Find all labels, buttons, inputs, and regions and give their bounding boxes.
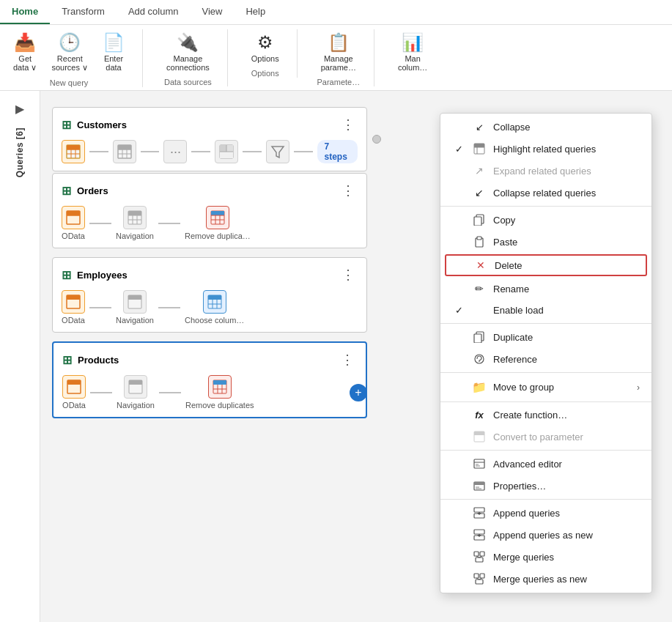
sidebar-toggle[interactable]: ▶ — [8, 97, 32, 120]
emp-step-choose-label: Choose colum… — [185, 316, 244, 325]
ribbon-tabs: Home Transform Add column View Help — [0, 0, 672, 25]
separator-3 — [440, 372, 651, 373]
enable-load-label: Enable load — [493, 305, 544, 316]
menu-item-expand-related[interactable]: ↗ Expand related queries — [440, 160, 651, 182]
manage-cols-button[interactable]: 📊 Mancolum… — [392, 29, 433, 75]
separator-2 — [440, 323, 651, 324]
svg-rect-11 — [118, 145, 131, 149]
prod-connector-1 — [90, 392, 112, 393]
menu-item-create-function[interactable]: fx Create function… — [440, 404, 651, 426]
prod-step-remove: Remove duplicates — [185, 375, 254, 410]
menu-item-duplicate[interactable]: Duplicate — [440, 326, 651, 348]
step-orange-table-icon — [62, 140, 85, 163]
menu-item-convert-param[interactable]: Convert to parameter — [440, 426, 651, 448]
merge-queries-new-label: Merge queries as new — [493, 574, 587, 585]
customers-name: Customers — [77, 119, 127, 130]
menu-item-collapse-related[interactable]: ↙ Collapse related queries — [440, 182, 651, 204]
employees-name: Employees — [77, 270, 128, 281]
employees-card-header: ⊞ Employees ⋮ — [62, 265, 358, 284]
menu-item-reference[interactable]: Reference — [440, 348, 651, 370]
products-card-header: ⊞ Products ⋮ — [62, 350, 357, 369]
sidebar-label: Queries [6] — [15, 127, 25, 177]
connector-4 — [243, 151, 262, 152]
recent-sources-button[interactable]: 🕒 Recentsources ∨ — [45, 29, 94, 75]
reference-label: Reference — [493, 354, 537, 365]
menu-item-append-queries[interactable]: Append queries — [440, 502, 651, 524]
menu-item-enable-load[interactable]: ✓ Enable load — [440, 300, 651, 321]
step-more: ··· — [163, 140, 187, 163]
manage-connections-icon: 🔌 — [177, 32, 199, 53]
manage-params-button[interactable]: 📋 Manageparame… — [315, 29, 362, 75]
svg-rect-46 — [129, 380, 142, 385]
tab-home[interactable]: Home — [0, 0, 50, 24]
options-button[interactable]: ⚙ Options — [245, 29, 285, 66]
options-label: Options — [251, 54, 279, 63]
orders-card: ⊞ Orders ⋮ OData Navigation — [52, 173, 367, 248]
get-data-button[interactable]: 📥 Getdata ∨ — [7, 29, 43, 75]
connector-2 — [141, 151, 160, 152]
tab-transform[interactable]: Transform — [50, 0, 117, 24]
menu-item-collapse[interactable]: ↙ Collapse — [440, 116, 651, 138]
properties-icon — [473, 480, 486, 492]
append-queries-label: Append queries — [493, 508, 560, 519]
ribbon-group-buttons-parameters: 📋 Manageparame… — [315, 29, 362, 75]
customers-card: ⊞ Customers ⋮ ·· — [52, 107, 367, 171]
ribbon-group-parameters: 📋 Manageparame… Paramete… — [315, 29, 374, 86]
connector-3 — [191, 151, 210, 152]
svg-rect-48 — [213, 380, 226, 385]
menu-item-advanced-editor[interactable]: Advanced editor — [440, 453, 651, 475]
get-data-label: Getdata ∨ — [13, 54, 37, 73]
menu-item-paste[interactable]: Paste — [440, 231, 651, 253]
menu-item-move-to-group[interactable]: 📁 Move to group › — [440, 375, 651, 399]
orders-dots-button[interactable]: ⋮ — [339, 181, 358, 200]
append-queries-new-label: Append queries as new — [493, 530, 593, 541]
properties-label: Properties… — [493, 481, 546, 492]
emp-step-odata: OData — [62, 290, 85, 325]
svg-rect-14 — [226, 145, 233, 152]
svg-rect-35 — [67, 295, 80, 300]
prod-step-nav-label: Navigation — [117, 401, 155, 410]
menu-item-highlight-related[interactable]: ✓ Highlight related queries — [440, 138, 651, 160]
prod-step-nav-icon — [124, 375, 147, 399]
employees-dots-button[interactable]: ⋮ — [339, 265, 358, 284]
ribbon-group-options: ⚙ Options Options — [245, 29, 298, 78]
menu-item-merge-queries[interactable]: Merge queries — [440, 546, 651, 568]
emp-step-choose-icon — [203, 290, 226, 314]
collapse-icon: ↙ — [473, 122, 486, 133]
expand-label: Expand related queries — [493, 166, 591, 177]
create-function-label: Create function… — [493, 410, 567, 421]
svg-rect-23 — [128, 211, 141, 215]
customers-dots-button[interactable]: ⋮ — [339, 115, 358, 134]
orders-name: Orders — [77, 185, 108, 196]
menu-item-delete[interactable]: ✕ Delete — [445, 254, 647, 276]
menu-item-rename[interactable]: ✏ Rename — [440, 278, 651, 300]
employees-steps: OData Navigation Choose colum… — [62, 290, 358, 325]
prod-step-remove-label: Remove duplicates — [185, 401, 254, 410]
menu-item-merge-queries-new[interactable]: Merge queries as new — [440, 568, 651, 590]
tab-add-column[interactable]: Add column — [117, 0, 191, 24]
orders-step-odata: OData — [62, 206, 85, 240]
customers-card-title: ⊞ Customers — [62, 118, 127, 132]
step-filter — [266, 140, 289, 163]
manage-connections-button[interactable]: 🔌 Manageconnections — [160, 29, 215, 75]
menu-item-properties[interactable]: Properties… — [440, 475, 651, 497]
add-step-button[interactable]: + — [350, 384, 367, 401]
customers-steps: ··· 7 steps — [62, 140, 358, 163]
products-steps: OData Navigation Remove duplicates + — [62, 375, 357, 410]
menu-item-append-queries-new[interactable]: Append queries as new — [440, 524, 651, 546]
employees-card: ⊞ Employees ⋮ OData Navigation — [52, 257, 367, 333]
orders-step-remove-icon — [206, 206, 229, 229]
svg-rect-53 — [474, 144, 484, 147]
enter-data-label: Enterdata — [104, 54, 123, 72]
paste-label: Paste — [493, 237, 517, 248]
products-dots-button[interactable]: ⋮ — [338, 350, 357, 369]
options-icon: ⚙ — [257, 32, 273, 53]
tab-help[interactable]: Help — [234, 0, 277, 24]
highlight-label: Highlight related queries — [493, 144, 596, 155]
enter-data-button[interactable]: 📄 Enterdata — [97, 29, 130, 75]
copy-icon — [473, 214, 486, 226]
svg-rect-44 — [67, 380, 81, 385]
tab-view[interactable]: View — [191, 0, 235, 24]
menu-item-copy[interactable]: Copy — [440, 209, 651, 231]
orders-table-icon: ⊞ — [62, 184, 71, 198]
